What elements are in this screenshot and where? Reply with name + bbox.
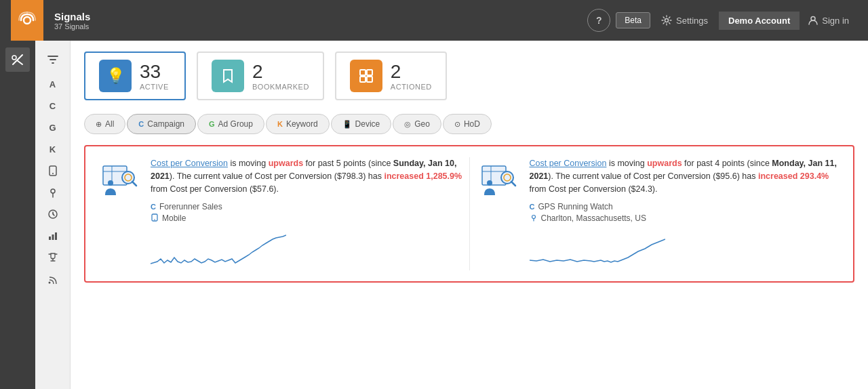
campaign-tab-icon: C xyxy=(138,120,144,128)
svg-rect-10 xyxy=(49,237,51,240)
sidebar-item-c[interactable]: C xyxy=(41,96,65,115)
stat-active-label: Active xyxy=(140,83,169,91)
signal-2-for: for past 4 points (since xyxy=(682,159,772,168)
tab-all[interactable]: ⊕ All xyxy=(84,114,125,134)
signal-1-metric-link[interactable]: Cost per Conversion xyxy=(151,159,228,168)
telescope-icon xyxy=(10,52,25,67)
filter-button[interactable] xyxy=(41,47,65,72)
stat-actioned-icon xyxy=(350,60,382,92)
app-title-section: Signals 37 Signals xyxy=(43,11,101,30)
tab-device-label: Device xyxy=(355,119,380,129)
stats-row: 💡 33 Active 2 Bookmarked xyxy=(84,52,854,100)
svg-point-34 xyxy=(532,216,535,219)
signal-1-illustration xyxy=(100,163,147,200)
stat-active[interactable]: 💡 33 Active xyxy=(84,52,186,100)
help-button[interactable]: ? xyxy=(587,9,610,32)
svg-point-1 xyxy=(665,19,669,22)
signin-button[interactable]: Sign in xyxy=(800,11,857,30)
signal-2-change: increased 293.4% xyxy=(758,171,829,181)
signal-2-geo: Charlton, Massachusetts, US xyxy=(530,213,843,223)
signal-divider xyxy=(469,157,470,270)
svg-rect-17 xyxy=(367,77,372,82)
sidebar-item-device[interactable] xyxy=(41,161,65,180)
tab-adgroup[interactable]: G Ad Group xyxy=(197,114,264,134)
tab-adgroup-label: Ad Group xyxy=(218,119,253,129)
svg-rect-15 xyxy=(367,70,372,75)
campaign-icon-2: C xyxy=(530,203,535,211)
svg-point-0 xyxy=(24,17,31,24)
svg-point-26 xyxy=(154,219,155,220)
signal-1-campaign-name: Forerunner Sales xyxy=(159,202,222,211)
signal-2-end: from Cost per Conversion ($24.3). xyxy=(530,184,658,194)
svg-point-8 xyxy=(51,189,55,193)
sidebar-item-trophy[interactable] xyxy=(41,248,65,267)
app-subtitle: 37 Signals xyxy=(54,22,90,30)
sidebar-item-geo[interactable] xyxy=(41,183,65,202)
stat-actioned-num: 2 xyxy=(391,61,432,83)
signal-1-graphic xyxy=(96,157,151,270)
signin-label: Sign in xyxy=(822,16,849,26)
signal-2-geo-name: Charlton, Massachusetts, US xyxy=(541,213,646,223)
signal-2-metric-link[interactable]: Cost per Conversion xyxy=(530,159,607,168)
adgroup-tab-icon: G xyxy=(209,120,215,128)
sidebar-item-chart[interactable] xyxy=(41,226,65,245)
sidebar-item-hod[interactable] xyxy=(41,205,65,224)
clock-icon xyxy=(47,209,58,220)
tab-device[interactable]: 📱 Device xyxy=(331,114,392,134)
signal-1-chart xyxy=(151,230,464,270)
tab-campaign[interactable]: C Campaign xyxy=(127,114,196,134)
tab-hod[interactable]: ⊙ HoD xyxy=(443,114,492,134)
hod-tab-icon: ⊙ xyxy=(454,120,460,129)
signal-2-chart xyxy=(530,230,843,270)
signal-2-campaign-name: GPS Running Watch xyxy=(538,202,612,211)
sidebar-item-k[interactable]: K xyxy=(41,140,65,159)
stat-active-icon: 💡 xyxy=(99,60,132,92)
stat-bookmarked[interactable]: 2 Bookmarked xyxy=(197,52,324,100)
app-logo[interactable] xyxy=(11,0,43,41)
signal-1-direction: upwards xyxy=(269,159,303,168)
signal-1-text: Cost per Conversion is moving upwards fo… xyxy=(151,157,464,195)
tab-campaign-label: Campaign xyxy=(147,119,184,129)
app-name: Signals xyxy=(54,11,90,22)
beta-badge: Beta xyxy=(616,12,650,28)
sidebar-item-signals[interactable] xyxy=(41,270,65,289)
tab-geo[interactable]: ◎ Geo xyxy=(393,114,441,134)
settings-icon xyxy=(661,15,672,26)
svg-point-7 xyxy=(52,173,54,174)
rss-icon xyxy=(47,274,58,285)
sidebar-item-g[interactable]: G xyxy=(41,118,65,137)
sidebar-item-a[interactable]: A xyxy=(41,75,65,94)
sidebar-light: A C G K xyxy=(35,41,71,389)
account-button[interactable]: Demo Account xyxy=(719,12,800,30)
tab-keyword-label: Keyword xyxy=(286,119,318,129)
filter-icon xyxy=(47,54,59,66)
stat-actioned[interactable]: 2 Actioned xyxy=(335,52,447,100)
settings-label: Settings xyxy=(676,16,708,26)
signal-1-content: Cost per Conversion is moving upwards fo… xyxy=(151,157,464,270)
svg-line-4 xyxy=(17,60,22,64)
device-tab-icon: 📱 xyxy=(342,120,352,129)
signal-2-direction: upwards xyxy=(647,159,682,168)
signal-1-end: from Cost per Conversion ($57.6). xyxy=(151,184,279,194)
pin-icon xyxy=(47,187,58,198)
keyword-tab-icon: K xyxy=(277,120,283,128)
tab-hod-label: HoD xyxy=(464,119,480,129)
tab-all-label: All xyxy=(105,119,114,129)
signal-1-campaign: C Forerunner Sales xyxy=(151,202,464,211)
tab-keyword[interactable]: K Keyword xyxy=(266,114,330,134)
signal-row-1: Cost per Conversion is moving upwards fo… xyxy=(85,146,853,281)
settings-button[interactable]: Settings xyxy=(653,11,716,30)
signal-1-device: Mobile xyxy=(151,213,464,223)
stat-bookmarked-label: Bookmarked xyxy=(252,83,309,91)
stat-active-num: 33 xyxy=(140,61,169,83)
signal-2-graphic xyxy=(475,157,530,270)
svg-point-5 xyxy=(12,56,16,60)
signal-2-mid: ). The current value of Cost per Convers… xyxy=(548,171,758,181)
signal-1-mid: ). The current value of Cost per Convers… xyxy=(170,171,384,181)
geo-tab-icon: ◎ xyxy=(404,120,411,129)
device-icon-1 xyxy=(151,213,159,223)
sidebar-dark-telescope[interactable] xyxy=(5,47,30,72)
main-content: 💡 33 Active 2 Bookmarked xyxy=(71,41,868,389)
signal-2-content: Cost per Conversion is moving upwards fo… xyxy=(530,157,843,270)
signal-2-illustration xyxy=(479,163,526,200)
